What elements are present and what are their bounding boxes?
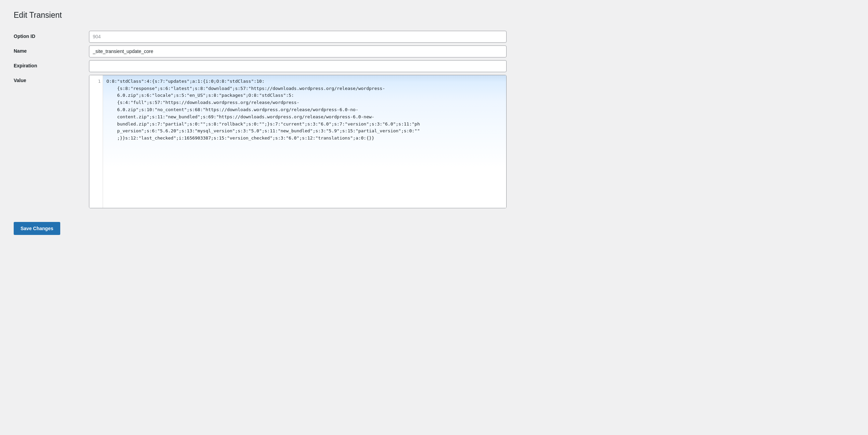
option-id-input[interactable]	[89, 31, 507, 43]
option-id-field	[89, 31, 854, 43]
name-input[interactable]	[89, 45, 507, 57]
value-field: 1 O:8:"stdClass":4:{s:7:"updates";a:1:{i…	[89, 75, 854, 208]
name-label: Name	[14, 45, 89, 54]
line-number-1: 1	[93, 78, 101, 85]
value-textarea[interactable]: O:8:"stdClass":4:{s:7:"updates";a:1:{i:0…	[103, 75, 506, 208]
expiration-field	[89, 60, 854, 72]
option-id-row: Option ID	[14, 31, 854, 43]
expiration-row: Expiration	[14, 60, 854, 72]
expiration-label: Expiration	[14, 60, 89, 68]
expiration-input[interactable]	[89, 60, 507, 72]
value-label: Value	[14, 75, 89, 83]
value-textarea-wrapper: 1 O:8:"stdClass":4:{s:7:"updates";a:1:{i…	[89, 75, 507, 208]
line-numbers: 1	[89, 75, 103, 208]
page-title: Edit Transient	[14, 10, 854, 21]
name-field	[89, 45, 854, 57]
value-row: Value 1 O:8:"stdClass":4:{s:7:"updates";…	[14, 75, 854, 208]
save-changes-button[interactable]: Save Changes	[14, 222, 60, 235]
name-row: Name	[14, 45, 854, 57]
submit-row: Save Changes	[14, 212, 854, 235]
option-id-label: Option ID	[14, 31, 89, 39]
